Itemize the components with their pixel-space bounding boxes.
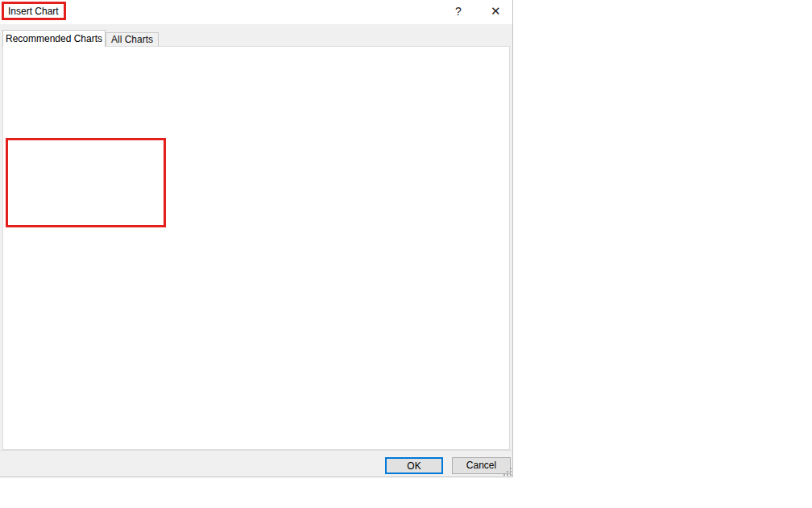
- ok-button[interactable]: OK: [385, 457, 443, 474]
- tab-all-charts[interactable]: All Charts: [106, 32, 159, 47]
- selected-thumbnail-annotation-box: [6, 138, 166, 227]
- help-icon[interactable]: ?: [455, 5, 462, 18]
- tab-content-panel: [2, 46, 510, 450]
- resize-grip[interactable]: [503, 467, 512, 477]
- close-icon[interactable]: ✕: [491, 4, 501, 19]
- title-annotation-box: [2, 2, 66, 20]
- title-bar[interactable]: Insert Chart ? ✕: [0, 0, 512, 24]
- tab-recommended-charts[interactable]: Recommended Charts: [2, 30, 106, 47]
- insert-chart-dialog: Insert Chart ? ✕ Recommended Charts All …: [0, 0, 513, 477]
